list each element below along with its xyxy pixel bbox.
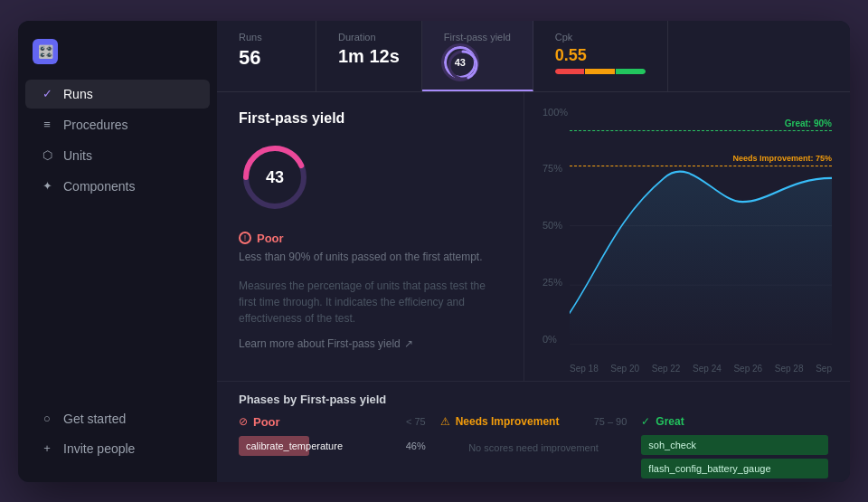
sidebar-item-units-label: Units — [63, 148, 92, 163]
phase-header-great: ✓ Great — [641, 415, 828, 428]
sidebar-item-components[interactable]: ✦ Components — [25, 172, 210, 201]
sidebar-item-units[interactable]: ⬡ Units — [25, 141, 210, 170]
phase-bar-flash-label: flash_config_battery_gauge — [648, 463, 770, 474]
sidebar-item-get-started[interactable]: ○ Get started — [25, 404, 210, 433]
component-icon: ✦ — [40, 179, 54, 194]
phase-poor-label: Poor — [253, 415, 280, 429]
stat-cpk-label: Cpk — [555, 32, 646, 43]
x-label-4: Sep 26 — [733, 364, 762, 374]
needs-dot-icon: ⚠ — [440, 415, 450, 428]
stat-cpk[interactable]: Cpk 0.55 — [533, 21, 668, 91]
phase-pct-calibrate: 46% — [399, 440, 426, 451]
cpk-seg-red — [555, 69, 585, 74]
stats-header: Runs 56 Duration 1m 12s First-pass yield… — [217, 21, 850, 92]
phase-header-poor: ⊘ Poor < 75 — [239, 415, 426, 429]
fpv-value: 43 — [455, 57, 466, 68]
cpk-bar — [555, 69, 646, 74]
stat-fpv-label: First-pass yield — [444, 32, 511, 43]
phase-poor-range: < 75 — [406, 416, 426, 427]
status-row: ! Poor — [239, 232, 502, 245]
list-icon: ≡ — [40, 118, 54, 132]
phase-bar-flash: flash_config_battery_gauge — [641, 459, 828, 478]
phase-col-poor: ⊘ Poor < 75 calibrate_temperature 46% — [239, 415, 426, 482]
sidebar-item-runs[interactable]: ✓ Runs — [25, 80, 210, 109]
x-label-2: Sep 22 — [652, 364, 681, 374]
status-text: Poor — [257, 232, 284, 245]
stat-duration[interactable]: Duration 1m 12s — [316, 21, 422, 91]
phase-bar-soh: soh_check — [641, 435, 828, 455]
main-content: Runs 56 Duration 1m 12s First-pass yield… — [217, 21, 850, 482]
logo-icon: 🎛️ — [33, 39, 58, 64]
unit-icon: ⬡ — [40, 148, 54, 163]
stat-duration-value: 1m 12s — [338, 46, 400, 67]
section-title: First-pass yield — [239, 110, 502, 127]
stat-cpk-value: 0.55 — [555, 46, 646, 65]
sidebar-item-runs-label: Runs — [63, 87, 93, 101]
phase-bar-row-calibrate: calibrate_temperature 46% — [239, 436, 426, 456]
x-label-6: Sep — [816, 364, 832, 374]
invite-label: Invite people — [63, 441, 135, 456]
left-panel: First-pass yield 43 ! Poor — [217, 92, 524, 381]
great-dot-icon: ✓ — [641, 415, 650, 428]
phase-col-great: ✓ Great soh_check flash_config_battery_g… — [641, 415, 828, 482]
phases-title: Phases by First-pass yield — [239, 393, 828, 406]
check-icon: ✓ — [40, 87, 54, 101]
stat-duration-label: Duration — [338, 32, 400, 43]
sidebar: 🎛️ ✓ Runs ≡ Procedures ⬡ Units ✦ Compone… — [18, 21, 217, 482]
chart-area: Great: 90% Needs Improvement: 75% — [570, 107, 832, 345]
content-body: First-pass yield 43 ! Poor — [217, 92, 850, 381]
no-scores-text: No scores need improvement — [440, 435, 627, 453]
phase-header-needs: ⚠ Needs Improvement 75 – 90 — [440, 415, 627, 428]
x-label-5: Sep 28 — [775, 364, 804, 374]
plus-icon: + — [40, 441, 54, 456]
chart-x-labels: Sep 18 Sep 20 Sep 22 Sep 24 Sep 26 Sep 2… — [570, 364, 832, 374]
poor-dot-icon: ⊘ — [239, 415, 248, 428]
y-label-0: 0% — [542, 334, 568, 345]
status-desc: Less than 90% of units passed on the fir… — [239, 251, 502, 263]
phase-needs-label: Needs Improvement — [456, 415, 560, 428]
get-started-label: Get started — [63, 412, 126, 426]
phases-section: Phases by First-pass yield ⊘ Poor < 75 — [217, 381, 850, 482]
external-link-icon: ↗ — [404, 337, 413, 350]
y-label-25: 25% — [542, 277, 568, 288]
x-label-0: Sep 18 — [570, 364, 599, 374]
sidebar-item-invite[interactable]: + Invite people — [25, 434, 210, 463]
cpk-seg-green — [616, 69, 646, 74]
phase-great-label: Great — [656, 415, 684, 428]
phase-bar-fill-calibrate: calibrate_temperature — [239, 436, 309, 456]
cpk-seg-yellow — [585, 69, 615, 74]
right-panel: 100% 75% 50% 25% 0% Great: 90% Needs Imp… — [524, 92, 850, 381]
sidebar-item-procedures-label: Procedures — [63, 118, 128, 132]
stat-runs-value: 56 — [239, 46, 294, 70]
gauge: 43 — [239, 141, 311, 213]
phase-bar-soh-label: soh_check — [648, 440, 696, 450]
y-label-75: 75% — [542, 163, 568, 174]
x-label-3: Sep 24 — [693, 364, 722, 374]
poor-icon: ! — [239, 232, 251, 244]
stat-runs-label: Runs — [239, 32, 294, 43]
learn-link[interactable]: Learn more about First-pass yield ↗ — [239, 337, 502, 350]
circle-icon: ○ — [40, 412, 54, 426]
gauge-container: 43 — [239, 141, 502, 213]
phase-col-needs: ⚠ Needs Improvement 75 – 90 No scores ne… — [440, 415, 627, 482]
phase-bar-calibrate: calibrate_temperature — [239, 436, 392, 456]
fpv-circle: 43 — [444, 46, 476, 79]
y-label-100: 100% — [542, 107, 568, 118]
x-label-1: Sep 20 — [610, 364, 639, 374]
sidebar-logo: 🎛️ — [18, 32, 217, 79]
phase-needs-range: 75 – 90 — [594, 416, 627, 427]
stat-runs[interactable]: Runs 56 — [217, 21, 316, 91]
app-window: 🎛️ ✓ Runs ≡ Procedures ⬡ Units ✦ Compone… — [18, 21, 850, 482]
y-label-50: 50% — [542, 220, 568, 231]
phases-columns: ⊘ Poor < 75 calibrate_temperature 46% — [239, 415, 828, 482]
sidebar-item-components-label: Components — [63, 179, 135, 194]
sidebar-bottom: ○ Get started + Invite people — [18, 396, 217, 471]
sidebar-item-procedures[interactable]: ≡ Procedures — [25, 110, 210, 139]
info-text: Measures the percentage of units that pa… — [239, 278, 502, 327]
chart-y-labels: 100% 75% 50% 25% 0% — [542, 107, 568, 345]
stat-fpv[interactable]: First-pass yield 43 — [422, 21, 533, 91]
chart-svg — [570, 107, 832, 345]
phase-bar-name-calibrate: calibrate_temperature — [246, 440, 343, 451]
gauge-label: 43 — [266, 167, 284, 186]
